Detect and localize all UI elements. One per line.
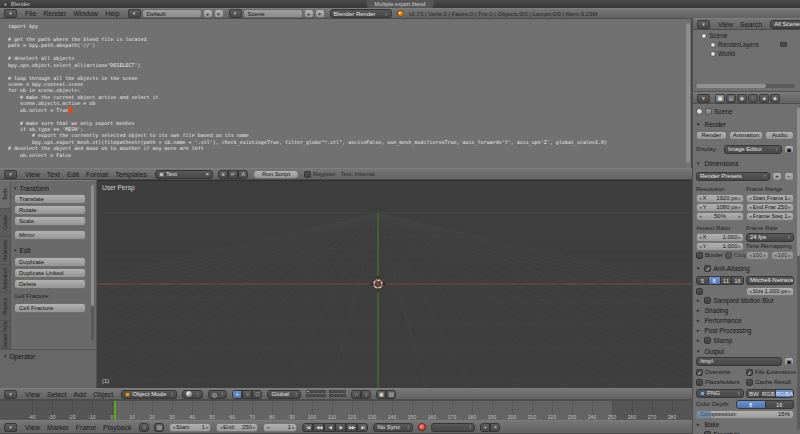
menu-view[interactable]: View [22, 171, 43, 178]
crop-checkbox[interactable] [725, 252, 732, 259]
add-screen-button[interactable]: + [203, 9, 213, 18]
script-content[interactable]: import bpy# get the path where the blend… [0, 19, 685, 168]
border-checkbox[interactable] [696, 252, 703, 259]
duplicate-button[interactable]: Duplicate [14, 257, 86, 267]
text-editor-scrollbar[interactable] [686, 23, 690, 163]
panel-sampled-motion-blur[interactable]: Sampled Motion Blur [696, 296, 794, 305]
render-animation-button[interactable]: Animation [729, 131, 764, 140]
layer-toggle[interactable] [330, 394, 333, 397]
menu-view[interactable]: View [22, 391, 43, 398]
layer-toggle[interactable] [318, 390, 321, 393]
menu-select[interactable]: Select [44, 391, 69, 398]
remap-new-field[interactable]: 100 [771, 251, 794, 260]
outliner-display-filter[interactable]: All Scenes [770, 20, 800, 29]
opengl-render-button[interactable]: ▣ [376, 390, 386, 399]
render-engine-select[interactable]: Blender Render [330, 9, 392, 18]
layer-toggle[interactable] [342, 390, 345, 393]
editor-type-icon[interactable] [4, 390, 17, 399]
render-button[interactable]: Render [696, 131, 727, 140]
anti-aliasing-checkbox[interactable] [704, 265, 711, 272]
delete-scene-button[interactable]: × [315, 9, 325, 18]
delete-keyframe-button[interactable]: × [490, 423, 500, 432]
translate-manipulator-toggle[interactable]: + [232, 390, 242, 399]
preview-range-toggle[interactable]: ○ [139, 423, 149, 432]
layer-toggle[interactable] [338, 390, 341, 393]
tab-scene[interactable]: ◉ [737, 94, 747, 103]
layer-toggle[interactable] [322, 394, 325, 397]
outliner-scrollbar[interactable] [695, 84, 795, 88]
browse-folder-button[interactable]: ▣ [784, 357, 794, 366]
next-keyframe-button[interactable]: ▶▶ [346, 423, 357, 432]
scale-manipulator-toggle[interactable]: □ [252, 390, 262, 399]
panel-render[interactable]: Render [696, 119, 794, 129]
display-extra-button[interactable]: ▣ [784, 145, 794, 154]
outliner-item-world[interactable]: World [693, 49, 800, 58]
menu-templates[interactable]: Templates [112, 171, 150, 178]
menu-edit[interactable]: Edit [64, 171, 82, 178]
aa-samples-11[interactable]: 11 [721, 276, 733, 285]
layer-toggle[interactable] [318, 394, 321, 397]
end-frame-field[interactable]: End: 250 [216, 423, 258, 432]
snap-toggle[interactable]: ∩ [351, 390, 361, 399]
editor-type-icon[interactable] [697, 20, 710, 29]
compression-slider[interactable]: Compression: 15% [696, 410, 794, 419]
panel-stamp[interactable]: Stamp [696, 336, 794, 345]
jump-to-end-button[interactable]: ▶| [357, 423, 368, 432]
panel-bake[interactable]: Bake [696, 420, 794, 429]
snap-element-select[interactable]: ↕ [361, 390, 371, 399]
playhead[interactable] [114, 401, 116, 420]
menu-playback[interactable]: Playback [100, 424, 134, 431]
remove-preset-button[interactable]: − [784, 172, 794, 181]
layer-toggle[interactable] [314, 394, 317, 397]
overwrite-checkbox[interactable] [696, 369, 703, 376]
screen-layout-field[interactable]: Default [142, 9, 202, 18]
layer-toggle[interactable] [342, 394, 345, 397]
browse-scene-icon[interactable] [229, 9, 242, 18]
add-scene-button[interactable]: + [304, 9, 314, 18]
opengl-render-anim-button[interactable]: ▤ [386, 390, 396, 399]
editor-type-icon[interactable] [4, 423, 17, 432]
panel-checkbox[interactable] [704, 297, 711, 304]
layer-toggle[interactable] [338, 394, 341, 397]
keying-set-select[interactable] [431, 423, 475, 432]
rotate-button[interactable]: Rotate [14, 205, 86, 215]
scene-name-field[interactable]: Scene [243, 9, 303, 18]
file-extensions-checkbox[interactable] [746, 369, 753, 376]
aa-samples-8[interactable]: 8 [709, 276, 721, 285]
mode-select[interactable]: Object Mode [121, 390, 177, 399]
menu-add[interactable]: Add [71, 391, 89, 398]
prev-keyframe-button[interactable]: ◀◀ [313, 423, 324, 432]
delete-button[interactable]: Delete [14, 279, 86, 289]
menu-window[interactable]: Window [70, 10, 101, 17]
toolshelf-tab-create[interactable]: Create [0, 209, 10, 237]
toolshelf-tab-grease-pencil[interactable]: Grease Pencil [0, 321, 10, 349]
panel-transform[interactable]: Transform [13, 185, 49, 192]
panel-post-processing[interactable]: Post Processing [696, 326, 794, 335]
resolution-percentage-field[interactable]: 50% [696, 212, 744, 221]
jump-to-start-button[interactable]: |◀ [302, 423, 313, 432]
pivot-select[interactable]: ◎ [208, 390, 228, 399]
aa-samples-16[interactable]: 16 [732, 276, 744, 285]
window-menu-button[interactable] [3, 2, 8, 7]
run-script-button[interactable]: Run Script [253, 170, 299, 179]
toolshelf-tab-physics[interactable]: Physics [0, 293, 10, 321]
tab-world[interactable]: ○ [748, 94, 758, 103]
timeline-track[interactable]: -40-30-20-100102030405060708090100110120… [0, 400, 692, 420]
tab-render[interactable]: ▣ [715, 94, 725, 103]
register-checkbox[interactable] [304, 171, 311, 178]
layer-toggle[interactable] [334, 390, 337, 393]
layer-toggle[interactable] [322, 390, 325, 393]
insert-keyframe-button[interactable]: + [480, 423, 490, 432]
color-depth-16[interactable]: 16 [766, 400, 795, 409]
tab-physics[interactable]: ◆ [770, 94, 780, 103]
menu-frame[interactable]: Frame [73, 424, 99, 431]
scroll-thumb[interactable] [696, 84, 766, 88]
sync-mode-select[interactable]: No Sync [373, 423, 413, 432]
aa-size-field[interactable]: Size:1.000 px [746, 287, 794, 296]
menu-marker[interactable]: Marker [44, 424, 72, 431]
toolshelf-tab-animation[interactable]: Animation [0, 265, 10, 293]
start-frame-field[interactable]: Start: 1 [169, 423, 211, 432]
color-depth-8[interactable]: 8 [736, 400, 766, 409]
full-sample-checkbox[interactable] [696, 288, 703, 295]
scroll-thumb[interactable] [91, 185, 94, 306]
